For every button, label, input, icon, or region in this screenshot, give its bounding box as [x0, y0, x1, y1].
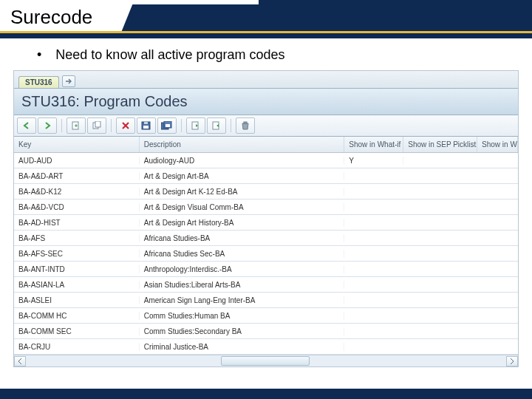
scroll-left-button[interactable] — [14, 356, 26, 366]
cell-desc: Anthropology:Interdisc.-BA — [140, 265, 345, 273]
cell-desc: Art & Design Visual Comm-BA — [140, 203, 345, 211]
table-row[interactable]: BA-A&D-VCDArt & Design Visual Comm-BA — [14, 200, 518, 215]
scroll-right-button[interactable] — [506, 356, 518, 366]
toolbar-sep — [181, 119, 182, 132]
bullet-row: • Need to know all active program codes — [0, 38, 532, 70]
col-description[interactable]: Description — [140, 137, 345, 152]
x-icon — [121, 121, 130, 130]
cell-key: BA-AFS — [14, 234, 140, 242]
export-button[interactable] — [186, 117, 205, 134]
table-row[interactable]: BA-AFSAfricana Studies-BA — [14, 231, 518, 246]
cell-key: AUD-AUD — [14, 157, 140, 165]
save-all-button[interactable] — [157, 117, 177, 134]
page-plus-icon — [71, 121, 81, 130]
cell-desc: Art & Design Art History-BA — [140, 219, 345, 227]
table-row[interactable]: BA-ANT-INTDAnthropology:Interdisc.-BA — [14, 262, 518, 277]
cell-key: BA-CRJU — [14, 343, 140, 351]
table-row[interactable]: BA-COMM SECComm Studies:Secondary BA — [14, 324, 518, 339]
col-key[interactable]: Key — [14, 137, 140, 152]
table-row[interactable]: AUD-AUDAudiology-AUDY — [14, 153, 518, 168]
arrow-left-icon — [21, 121, 32, 130]
copy-icon — [92, 121, 102, 130]
svg-rect-2 — [95, 121, 100, 127]
cell-key: BA-ASLEI — [14, 296, 140, 304]
import-button[interactable] — [207, 117, 226, 134]
table-row[interactable]: BA-A&D-K12Art & Design Art K-12 Ed-BA — [14, 184, 518, 200]
col-whatif[interactable]: Show in What-if — [344, 137, 403, 152]
cell-key: BA-ASIAN-LA — [14, 281, 140, 289]
cell-key: BA-A&D-ART — [14, 172, 140, 180]
bullet-text: Need to know all active program codes — [55, 47, 284, 62]
col-show-w[interactable]: Show in W — [477, 137, 518, 152]
grid-header: Key Description Show in What-if Show in … — [14, 137, 518, 153]
chevron-right-icon — [510, 358, 514, 364]
cell-desc: American Sign Lang-Eng Inter-BA — [140, 296, 345, 304]
table-row[interactable]: BA-AD-HISTArt & Design Art History-BA — [14, 215, 518, 231]
arrow-right-icon — [42, 121, 52, 130]
tab-stu316[interactable]: STU316 — [18, 76, 59, 88]
new-button[interactable] — [66, 117, 86, 134]
svg-rect-8 — [166, 124, 170, 127]
svg-rect-5 — [144, 122, 148, 124]
cell-desc: Asian Studies:Liberal Arts-BA — [140, 281, 345, 289]
back-button[interactable] — [17, 117, 36, 134]
toolbar-sep — [111, 119, 112, 132]
page-arrow-in-icon — [211, 121, 222, 130]
col-sep-picklist[interactable]: Show in SEP Picklist — [403, 137, 477, 152]
cell-desc: Audiology-AUD — [140, 157, 345, 165]
cell-desc: Africana Studies-BA — [140, 234, 345, 242]
cell-key: BA-A&D-K12 — [14, 188, 140, 196]
floppy-multi-icon — [161, 121, 173, 130]
cell-key: BA-COMM HC — [14, 312, 140, 320]
table-row[interactable]: BA-AFS-SECAfricana Studies Sec-BA — [14, 246, 518, 262]
forward-button[interactable] — [38, 117, 57, 134]
toolbar-sep — [61, 119, 62, 132]
delete-button[interactable] — [116, 117, 135, 134]
tab-go-button[interactable] — [62, 75, 75, 87]
page-arrow-icon — [191, 121, 201, 130]
slide-footer-bar — [0, 389, 532, 399]
cell-key: BA-COMM SEC — [14, 327, 140, 335]
cell-desc: Art & Design Art K-12 Ed-BA — [140, 188, 345, 196]
cell-desc: Comm Studies:Secondary BA — [140, 327, 345, 335]
cell-desc: Art & Design Art-BA — [140, 172, 345, 180]
window-tabrow: STU316 — [14, 71, 518, 89]
data-grid: Key Description Show in What-if Show in … — [14, 137, 518, 366]
table-row[interactable]: BA-CRJUCriminal Justice-BA — [14, 339, 518, 355]
copy-button[interactable] — [87, 117, 106, 134]
cell-key: BA-AFS-SEC — [14, 250, 140, 258]
cell-desc: Comm Studies:Human BA — [140, 312, 345, 320]
svg-rect-11 — [244, 122, 247, 123]
h-scrollbar[interactable] — [14, 355, 518, 366]
cell-key: BA-ANT-INTD — [14, 265, 140, 273]
cell-desc: Africana Studies Sec-BA — [140, 250, 345, 258]
scroll-thumb[interactable] — [221, 356, 310, 366]
cell-desc: Criminal Justice-BA — [140, 343, 345, 351]
app-window: STU316 STU316: Program Codes Key Descrip… — [13, 70, 519, 367]
bullet-dot: • — [37, 47, 41, 63]
grid-body: AUD-AUDAudiology-AUDYBA-A&D-ARTArt & Des… — [14, 153, 518, 355]
table-row[interactable]: BA-ASLEIAmerican Sign Lang-Eng Inter-BA — [14, 293, 518, 308]
arrow-right-icon — [65, 78, 72, 85]
header-underline — [0, 31, 532, 38]
trash-icon — [241, 121, 250, 130]
toolbar-sep — [231, 119, 231, 132]
trash-button[interactable] — [236, 117, 255, 134]
toolbar — [14, 115, 518, 137]
svg-rect-4 — [143, 126, 149, 129]
floppy-icon — [141, 121, 151, 130]
table-row[interactable]: BA-A&D-ARTArt & Design Art-BA — [14, 168, 518, 184]
slide-header: Surecode — [0, 0, 532, 38]
chevron-left-icon — [18, 358, 22, 364]
table-row[interactable]: BA-ASIAN-LAAsian Studies:Liberal Arts-BA — [14, 277, 518, 293]
screen-title: STU316: Program Codes — [14, 89, 518, 115]
cell-key: BA-A&D-VCD — [14, 203, 140, 211]
table-row[interactable]: BA-COMM HCComm Studies:Human BA — [14, 308, 518, 324]
save-button[interactable] — [137, 117, 156, 134]
cell-whatif: Y — [344, 157, 403, 165]
cell-key: BA-AD-HIST — [14, 219, 140, 227]
